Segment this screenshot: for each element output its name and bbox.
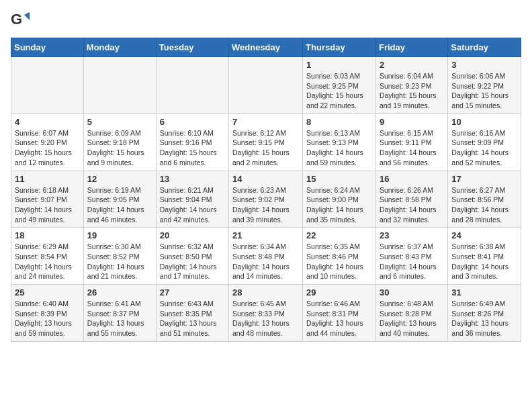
calendar-cell: 26Sunrise: 6:41 AMSunset: 8:37 PMDayligh…: [83, 285, 156, 342]
calendar-cell: 12Sunrise: 6:19 AMSunset: 9:05 PMDayligh…: [83, 171, 156, 228]
day-detail: Sunrise: 6:09 AMSunset: 9:18 PMDaylight:…: [87, 128, 152, 168]
day-number: 22: [306, 230, 372, 240]
calendar-cell: 23Sunrise: 6:37 AMSunset: 8:43 PMDayligh…: [375, 228, 447, 285]
col-header-tuesday: Tuesday: [156, 38, 228, 57]
day-detail: Sunrise: 6:19 AMSunset: 9:05 PMDaylight:…: [87, 185, 152, 225]
col-header-monday: Monday: [83, 38, 156, 57]
day-number: 15: [306, 174, 372, 184]
day-number: 7: [232, 117, 299, 127]
calendar-cell: 28Sunrise: 6:45 AMSunset: 8:33 PMDayligh…: [229, 285, 303, 342]
calendar-cell: 27Sunrise: 6:43 AMSunset: 8:35 PMDayligh…: [156, 285, 228, 342]
calendar-cell: [229, 57, 303, 114]
day-detail: Sunrise: 6:21 AMSunset: 9:04 PMDaylight:…: [160, 185, 225, 225]
svg-text:G: G: [11, 11, 22, 28]
day-detail: Sunrise: 6:48 AMSunset: 8:28 PMDaylight:…: [380, 299, 444, 338]
day-detail: Sunrise: 6:49 AMSunset: 8:26 PMDaylight:…: [451, 299, 517, 338]
calendar-table: SundayMondayTuesdayWednesdayThursdayFrid…: [11, 38, 521, 342]
calendar-cell: 11Sunrise: 6:18 AMSunset: 9:07 PMDayligh…: [11, 171, 84, 228]
calendar-cell: 3Sunrise: 6:06 AMSunset: 9:22 PMDaylight…: [448, 57, 521, 114]
day-detail: Sunrise: 6:04 AMSunset: 9:23 PMDaylight:…: [380, 71, 444, 111]
day-detail: Sunrise: 6:40 AMSunset: 8:39 PMDaylight:…: [15, 299, 80, 338]
day-number: 23: [380, 230, 444, 240]
day-number: 25: [15, 287, 80, 298]
calendar-cell: 17Sunrise: 6:27 AMSunset: 8:56 PMDayligh…: [448, 171, 521, 228]
calendar-cell: 1Sunrise: 6:03 AMSunset: 9:25 PMDaylight…: [303, 57, 376, 114]
day-detail: Sunrise: 6:34 AMSunset: 8:48 PMDaylight:…: [232, 242, 299, 281]
calendar-cell: 5Sunrise: 6:09 AMSunset: 9:18 PMDaylight…: [83, 113, 156, 171]
svg-marker-1: [24, 12, 30, 20]
calendar-cell: 29Sunrise: 6:46 AMSunset: 8:31 PMDayligh…: [303, 285, 376, 342]
day-number: 4: [15, 117, 80, 127]
calendar-cell: 31Sunrise: 6:49 AMSunset: 8:26 PMDayligh…: [448, 285, 521, 342]
day-detail: Sunrise: 6:03 AMSunset: 9:25 PMDaylight:…: [306, 71, 372, 111]
calendar-cell: 8Sunrise: 6:13 AMSunset: 9:13 PMDaylight…: [303, 113, 376, 171]
day-number: 9: [380, 117, 444, 127]
day-number: 26: [87, 287, 152, 298]
day-detail: Sunrise: 6:35 AMSunset: 8:46 PMDaylight:…: [306, 242, 372, 281]
calendar-cell: [11, 57, 84, 114]
calendar-cell: 21Sunrise: 6:34 AMSunset: 8:48 PMDayligh…: [229, 228, 303, 285]
calendar-cell: 14Sunrise: 6:23 AMSunset: 9:02 PMDayligh…: [229, 171, 303, 228]
day-detail: Sunrise: 6:15 AMSunset: 9:11 PMDaylight:…: [380, 128, 444, 168]
calendar-cell: 9Sunrise: 6:15 AMSunset: 9:11 PMDaylight…: [375, 113, 447, 171]
calendar-cell: [156, 57, 228, 114]
day-number: 30: [380, 287, 444, 298]
day-detail: Sunrise: 6:12 AMSunset: 9:15 PMDaylight:…: [232, 128, 299, 168]
col-header-sunday: Sunday: [11, 38, 84, 57]
calendar-cell: 30Sunrise: 6:48 AMSunset: 8:28 PMDayligh…: [375, 285, 447, 342]
calendar-cell: [83, 57, 156, 114]
day-number: 17: [451, 174, 517, 184]
day-detail: Sunrise: 6:32 AMSunset: 8:50 PMDaylight:…: [160, 242, 225, 281]
day-detail: Sunrise: 6:23 AMSunset: 9:02 PMDaylight:…: [232, 185, 299, 225]
day-number: 18: [15, 230, 80, 240]
day-detail: Sunrise: 6:13 AMSunset: 9:13 PMDaylight:…: [306, 128, 372, 168]
calendar-cell: 10Sunrise: 6:16 AMSunset: 9:09 PMDayligh…: [448, 113, 521, 171]
day-number: 2: [380, 60, 444, 70]
calendar-cell: 19Sunrise: 6:30 AMSunset: 8:52 PMDayligh…: [83, 228, 156, 285]
calendar-cell: 16Sunrise: 6:26 AMSunset: 8:58 PMDayligh…: [375, 171, 447, 228]
day-detail: Sunrise: 6:37 AMSunset: 8:43 PMDaylight:…: [380, 242, 444, 281]
calendar-cell: 2Sunrise: 6:04 AMSunset: 9:23 PMDaylight…: [375, 57, 447, 114]
day-detail: Sunrise: 6:45 AMSunset: 8:33 PMDaylight:…: [232, 299, 299, 338]
logo-icon: G: [11, 11, 30, 30]
day-number: 1: [306, 60, 372, 70]
day-detail: Sunrise: 6:38 AMSunset: 8:41 PMDaylight:…: [451, 242, 517, 281]
day-number: 29: [306, 287, 372, 298]
calendar-cell: 25Sunrise: 6:40 AMSunset: 8:39 PMDayligh…: [11, 285, 84, 342]
day-number: 8: [306, 117, 372, 127]
day-number: 19: [87, 230, 152, 240]
header: G: [11, 11, 521, 30]
day-detail: Sunrise: 6:24 AMSunset: 9:00 PMDaylight:…: [306, 185, 372, 225]
day-detail: Sunrise: 6:18 AMSunset: 9:07 PMDaylight:…: [15, 185, 80, 225]
day-number: 13: [160, 174, 225, 184]
calendar-cell: 18Sunrise: 6:29 AMSunset: 8:54 PMDayligh…: [11, 228, 84, 285]
day-number: 20: [160, 230, 225, 240]
day-number: 28: [232, 287, 299, 298]
calendar-cell: 6Sunrise: 6:10 AMSunset: 9:16 PMDaylight…: [156, 113, 228, 171]
calendar-cell: 13Sunrise: 6:21 AMSunset: 9:04 PMDayligh…: [156, 171, 228, 228]
day-detail: Sunrise: 6:41 AMSunset: 8:37 PMDaylight:…: [87, 299, 152, 338]
col-header-thursday: Thursday: [303, 38, 376, 57]
day-number: 21: [232, 230, 299, 240]
calendar-cell: 22Sunrise: 6:35 AMSunset: 8:46 PMDayligh…: [303, 228, 376, 285]
day-detail: Sunrise: 6:07 AMSunset: 9:20 PMDaylight:…: [15, 128, 80, 168]
col-header-friday: Friday: [375, 38, 447, 57]
col-header-wednesday: Wednesday: [229, 38, 303, 57]
day-detail: Sunrise: 6:29 AMSunset: 8:54 PMDaylight:…: [15, 242, 80, 281]
day-number: 6: [160, 117, 225, 127]
day-number: 24: [451, 230, 517, 240]
day-number: 31: [451, 287, 517, 298]
day-number: 27: [160, 287, 225, 298]
day-detail: Sunrise: 6:06 AMSunset: 9:22 PMDaylight:…: [451, 71, 517, 111]
day-detail: Sunrise: 6:30 AMSunset: 8:52 PMDaylight:…: [87, 242, 152, 281]
day-number: 5: [87, 117, 152, 127]
calendar-cell: 7Sunrise: 6:12 AMSunset: 9:15 PMDaylight…: [229, 113, 303, 171]
day-detail: Sunrise: 6:16 AMSunset: 9:09 PMDaylight:…: [451, 128, 517, 168]
day-detail: Sunrise: 6:46 AMSunset: 8:31 PMDaylight:…: [306, 299, 372, 338]
day-detail: Sunrise: 6:26 AMSunset: 8:58 PMDaylight:…: [380, 185, 444, 225]
day-number: 16: [380, 174, 444, 184]
calendar-cell: 15Sunrise: 6:24 AMSunset: 9:00 PMDayligh…: [303, 171, 376, 228]
day-number: 12: [87, 174, 152, 184]
day-detail: Sunrise: 6:43 AMSunset: 8:35 PMDaylight:…: [160, 299, 225, 338]
calendar-cell: 4Sunrise: 6:07 AMSunset: 9:20 PMDaylight…: [11, 113, 84, 171]
